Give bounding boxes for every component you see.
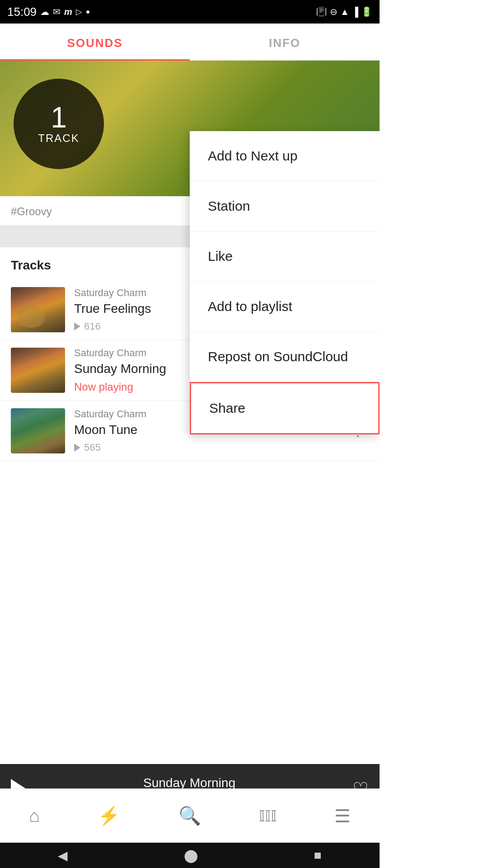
track-thumbnail	[11, 287, 65, 332]
nav-search[interactable]: 🔍	[178, 805, 201, 826]
tabs: SOUNDS INFO	[0, 24, 380, 61]
track-count-number: 1	[51, 103, 67, 132]
context-menu-add-next[interactable]: Add to Next up	[190, 131, 380, 181]
home-icon: ⌂	[29, 806, 40, 826]
context-menu-like[interactable]: Like	[190, 231, 380, 282]
context-menu-repost[interactable]: Repost on SoundCloud	[190, 332, 380, 382]
tab-sounds[interactable]: SOUNDS	[0, 24, 190, 59]
cast-icon: ▷	[76, 7, 82, 17]
dnd-icon: ⊖	[330, 6, 338, 17]
track-plays: 565	[74, 442, 304, 453]
gmail-icon: ✉	[53, 6, 61, 17]
tag-label: #Groovy	[11, 205, 52, 217]
tab-info[interactable]: INFO	[190, 24, 380, 59]
track-thumbnail	[11, 408, 65, 453]
wifi-icon: ▲	[340, 7, 349, 17]
nav-library[interactable]: 𝕀𝕀𝕀	[259, 807, 277, 825]
android-nav-bar: ◀ ⬤ ■	[0, 843, 380, 868]
play-count: 616	[84, 321, 101, 332]
medium-icon: m	[64, 7, 72, 17]
search-icon: 🔍	[178, 805, 201, 826]
track-thumbnail	[11, 348, 65, 393]
dot-icon: •	[86, 5, 90, 19]
status-bar: 15:09 ☁ ✉ m ▷ • 📳 ⊖ ▲ ▐ 🔋	[0, 0, 380, 24]
battery-icon: 🔋	[361, 6, 372, 17]
signal-icon: ▐	[352, 7, 358, 17]
context-menu-share[interactable]: Share	[190, 382, 380, 434]
vibrate-icon: 📳	[316, 6, 327, 17]
soundcloud-icon: ☁	[40, 6, 49, 17]
play-count: 565	[84, 442, 101, 453]
context-menu-add-playlist[interactable]: Add to playlist	[190, 282, 380, 332]
android-recent-button[interactable]: ■	[314, 848, 322, 863]
library-icon: 𝕀𝕀𝕀	[259, 807, 277, 825]
nav-menu[interactable]: ☰	[334, 806, 351, 826]
nav-stream[interactable]: ⚡	[98, 805, 120, 826]
bottom-nav: ⌂ ⚡ 🔍 𝕀𝕀𝕀 ☰	[0, 788, 380, 843]
play-count-icon	[74, 443, 80, 452]
android-back-button[interactable]: ◀	[58, 848, 68, 863]
menu-icon: ☰	[334, 806, 351, 826]
play-count-icon	[74, 322, 80, 330]
track-count-overlay: 1 TRACK	[14, 79, 104, 169]
track-count-label: TRACK	[38, 132, 79, 145]
stream-icon: ⚡	[98, 805, 120, 826]
status-time: 15:09	[7, 5, 37, 19]
android-home-button[interactable]: ⬤	[184, 848, 198, 863]
context-menu: Add to Next up Station Like Add to playl…	[190, 131, 380, 434]
nav-home[interactable]: ⌂	[29, 806, 40, 826]
context-menu-station[interactable]: Station	[190, 181, 380, 231]
